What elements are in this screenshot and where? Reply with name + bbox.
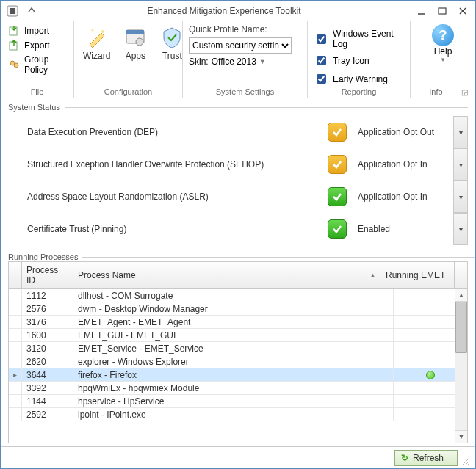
status-dropdown[interactable]: ▾ — [453, 148, 468, 181]
vertical-scrollbar[interactable]: ▲ ▼ — [455, 289, 467, 443]
group-policy-button[interactable]: Group Policy — [7, 54, 68, 76]
export-button[interactable]: Export — [7, 39, 68, 52]
footer: ↻ Refresh — [1, 446, 475, 468]
trust-icon — [160, 26, 184, 49]
scroll-down-icon[interactable]: ▼ — [455, 430, 467, 443]
configuration-group-label: Configuration — [80, 86, 176, 96]
apps-icon — [123, 26, 147, 49]
wizard-button[interactable]: Wizard — [80, 24, 113, 62]
help-icon[interactable]: ? — [432, 24, 454, 46]
file-group-label: File — [7, 86, 68, 96]
quick-profile-select[interactable]: Custom security settings — [189, 37, 292, 54]
scroll-thumb[interactable] — [455, 302, 467, 353]
table-row[interactable]: ▸3644firefox - Firefox — [9, 368, 467, 382]
status-dropdown[interactable]: ▾ — [453, 181, 468, 213]
status-dropdown[interactable]: ▾ — [453, 213, 468, 245]
status-dropdown[interactable]: ▾ — [453, 116, 468, 148]
column-running-emet[interactable]: Running EMET — [381, 262, 455, 288]
row-indicator: ▸ — [9, 368, 22, 381]
cell-pid: 1112 — [22, 289, 73, 302]
process-grid: Process ID Process Name▲ Running EMET 11… — [8, 261, 468, 443]
table-row[interactable]: 3176EMET_Agent - EMET_Agent — [9, 316, 467, 329]
close-button[interactable] — [458, 6, 468, 16]
status-name: Address Space Layout Randomization (ASLR… — [8, 192, 317, 202]
minimize-button[interactable] — [416, 6, 427, 16]
grid-gutter-header — [9, 262, 22, 288]
group-policy-label: Group Policy — [24, 54, 66, 75]
table-row[interactable]: 3120EMET_Service - EMET_Service — [9, 342, 467, 355]
export-icon — [8, 40, 20, 51]
row-indicator — [9, 316, 22, 328]
emet-running-icon — [426, 371, 435, 379]
status-value: Application Opt In — [358, 192, 453, 202]
status-indicator — [317, 187, 358, 206]
svg-line-15 — [463, 459, 469, 465]
status-indicator — [317, 219, 358, 239]
import-button[interactable]: Import — [7, 24, 68, 37]
window-title: Enhanced Mitigation Experience Toolkit — [39, 6, 409, 16]
status-name: Structured Exception Handler Overwrite P… — [8, 159, 317, 170]
table-row[interactable]: 2576dwm - Desktop Window Manager — [9, 302, 467, 316]
cell-pid: 2620 — [22, 355, 73, 368]
table-row[interactable]: 3392hpqWmiEx - hpqwmiex Module — [9, 382, 467, 395]
refresh-icon: ↻ — [401, 453, 408, 463]
status-value: Enabled — [358, 224, 453, 234]
help-dropdown-icon[interactable]: ▼ — [440, 57, 446, 63]
status-row: Certificate Trust (Pinning)Enabled▾ — [8, 213, 468, 245]
status-row: Data Execution Prevention (DEP)Applicati… — [8, 116, 468, 148]
resize-grip-icon[interactable] — [461, 457, 471, 467]
skin-value: Office 2013 — [212, 57, 256, 67]
row-indicator — [9, 329, 22, 341]
scroll-up-icon[interactable]: ▲ — [455, 289, 467, 302]
import-icon — [8, 25, 20, 37]
early-warning-checkbox[interactable]: Early Warning — [314, 72, 404, 86]
cell-process-name: firefox - Firefox — [73, 368, 394, 381]
cell-process-name: dwm - Desktop Window Manager — [73, 302, 394, 315]
svg-rect-3 — [439, 8, 446, 14]
cell-pid: 3644 — [22, 368, 73, 381]
svg-rect-13 — [126, 30, 144, 34]
quick-profile-label: Quick Profile Name: — [189, 24, 301, 34]
system-status-label: System Status — [8, 103, 60, 112]
skin-dropdown-icon[interactable]: ▼ — [259, 58, 266, 65]
row-indicator — [9, 342, 22, 355]
refresh-button[interactable]: ↻ Refresh — [394, 450, 458, 466]
cell-process-name: hpqWmiEx - hpqwmiex Module — [73, 382, 394, 394]
status-row: Structured Exception Handler Overwrite P… — [8, 148, 468, 181]
row-indicator — [9, 382, 22, 394]
svg-point-14 — [136, 38, 143, 46]
svg-point-10 — [101, 30, 104, 33]
cell-process-name: ipoint - IPoint.exe — [73, 408, 394, 421]
column-process-name[interactable]: Process Name▲ — [73, 262, 381, 288]
app-window: Enhanced Mitigation Experience Toolkit I… — [0, 0, 476, 469]
ribbon: Import Export Group Policy File — [1, 21, 475, 98]
table-row[interactable]: 1144hpservice - HpService — [9, 395, 467, 408]
check-icon — [328, 219, 347, 239]
system-status-section: System Status Data Execution Prevention … — [1, 98, 475, 248]
tray-icon-checkbox[interactable]: Tray Icon — [314, 54, 404, 68]
info-group-label: Info — [416, 86, 455, 96]
windows-event-log-checkbox[interactable]: Windows Event Log — [314, 29, 404, 49]
table-row[interactable]: 1112dllhost - COM Surrogate — [9, 289, 467, 302]
maximize-button[interactable] — [437, 6, 447, 16]
cell-process-name: EMET_Service - EMET_Service — [73, 342, 394, 355]
column-process-id[interactable]: Process ID — [22, 262, 73, 288]
wizard-label: Wizard — [83, 51, 110, 61]
refresh-label: Refresh — [413, 453, 444, 463]
grid-header: Process ID Process Name▲ Running EMET — [9, 262, 467, 289]
dialog-launcher-icon[interactable]: ◲ — [461, 88, 469, 96]
help-label: Help — [434, 46, 452, 57]
svg-rect-1 — [10, 8, 15, 14]
ribbon-collapse-icon[interactable] — [24, 6, 39, 16]
svg-point-9 — [14, 63, 18, 68]
cell-process-name: EMET_Agent - EMET_Agent — [73, 316, 394, 328]
group-policy-icon — [8, 59, 20, 70]
table-row[interactable]: 1600EMET_GUI - EMET_GUI — [9, 329, 467, 342]
system-settings-group-label: System Settings — [189, 86, 301, 96]
status-indicator — [317, 123, 358, 142]
table-row[interactable]: 2620explorer - Windows Explorer — [9, 355, 467, 368]
export-label: Export — [24, 40, 50, 51]
cell-pid: 1144 — [22, 395, 73, 407]
apps-button[interactable]: Apps — [120, 24, 150, 62]
table-row[interactable]: 2592ipoint - IPoint.exe — [9, 408, 467, 421]
